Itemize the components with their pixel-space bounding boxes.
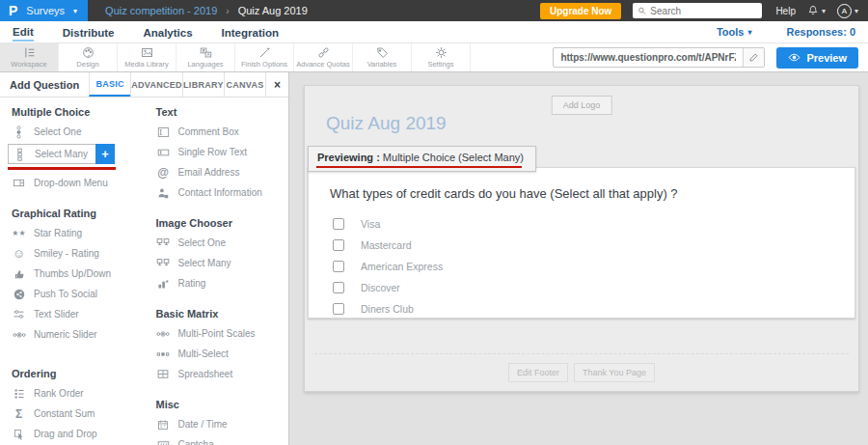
thank-you-page-button[interactable]: Thank You Page	[574, 363, 655, 382]
toolbar-workspace[interactable]: Workspace	[0, 43, 59, 71]
toolbar-design[interactable]: Design	[59, 43, 118, 71]
breadcrumb-separator-icon: ›	[226, 6, 229, 16]
previewing-label: Previewing :	[317, 152, 380, 163]
tab-integration[interactable]: Integration	[222, 24, 279, 41]
qtype-text-slider[interactable]: Text Slider	[0, 304, 145, 324]
option-row: Discover	[333, 277, 854, 298]
question-types-column-1: Multiple Choice Select One Select Many +	[0, 106, 145, 445]
upgrade-now-button[interactable]: Upgrade Now	[540, 3, 621, 19]
topbar: P Surveys ▾ Quiz competition - 2019 › Qu…	[0, 0, 868, 21]
checkbox-diners-club[interactable]	[333, 303, 344, 315]
questionpro-logo: P	[9, 4, 17, 17]
toolbar-finish-options[interactable]: Finish Options	[235, 43, 294, 71]
checkbox-discover[interactable]	[333, 282, 344, 293]
search-box[interactable]	[633, 3, 762, 18]
qtype-image-rating[interactable]: Rating	[145, 273, 289, 293]
palette-icon	[82, 46, 95, 59]
qtype-date-time[interactable]: Date / Time	[145, 414, 289, 434]
rank-order-icon	[12, 388, 26, 400]
checkbox-visa[interactable]	[333, 218, 344, 230]
checkbox-mastercard[interactable]	[333, 239, 344, 251]
text-slider-icon	[12, 309, 26, 320]
qtype-image-select-many[interactable]: Select Many	[145, 253, 289, 273]
help-link[interactable]: Help	[775, 6, 796, 16]
qtype-image-select-one[interactable]: Select One	[145, 233, 289, 253]
qtype-numeric-slider[interactable]: Numeric Slider	[0, 324, 145, 345]
question-card: What types of credit cards do you have (…	[308, 167, 855, 319]
close-panel-button[interactable]: ×	[265, 72, 288, 97]
tab-canvas[interactable]: CANVAS	[224, 72, 265, 97]
tab-library[interactable]: LIBRARY	[182, 72, 224, 97]
svg-text:A: A	[206, 52, 209, 57]
checkbox-list-icon	[13, 148, 27, 161]
qtype-dropdown-menu[interactable]: Drop-down Menu	[0, 173, 145, 193]
qtype-email-address[interactable]: @ Email Address	[145, 162, 289, 182]
pencil-icon	[748, 52, 759, 63]
add-select-many-button[interactable]: +	[95, 144, 115, 164]
account-menu[interactable]: A ▾	[837, 4, 858, 18]
qtype-drag-and-drop[interactable]: Drag and Drop	[0, 424, 145, 444]
footer-buttons: Edit Footer Thank You Page	[305, 363, 858, 382]
qtype-multi-select[interactable]: Multi-Select	[145, 344, 289, 364]
survey-url-box	[553, 47, 765, 68]
survey-title[interactable]: Quiz Aug 2019	[326, 113, 447, 134]
sigma-icon: Σ	[12, 407, 26, 421]
toolbar-media-library[interactable]: Media Library	[118, 43, 176, 71]
toolbar-settings[interactable]: Settings	[412, 43, 471, 71]
preview-button[interactable]: Preview	[776, 47, 858, 69]
previewing-header: Previewing : Multiple Choice (Select Man…	[308, 146, 536, 172]
qtype-multi-point-scales[interactable]: Multi-Point Scales	[145, 323, 289, 344]
highlight-underline	[8, 167, 116, 170]
menubar: Edit Distribute Analytics Integration To…	[0, 21, 868, 43]
search-input[interactable]	[650, 6, 757, 16]
checkbox-american-express[interactable]	[333, 261, 344, 272]
qtype-constant-sum[interactable]: Σ Constant Sum	[0, 403, 145, 424]
edit-footer-button[interactable]: Edit Footer	[508, 363, 568, 382]
tab-advanced[interactable]: ADVANCED	[130, 72, 182, 97]
previewing-underline	[316, 166, 522, 168]
qtype-select-one[interactable]: Select One	[0, 122, 145, 142]
chevron-down-icon: ▾	[73, 7, 77, 15]
comment-box-icon	[156, 126, 171, 138]
notifications-menu[interactable]: ▾	[807, 5, 826, 16]
section-heading: Text	[156, 106, 289, 118]
bar-rating-icon	[156, 278, 171, 290]
option-row: Mastercard	[333, 235, 854, 256]
responses-count[interactable]: Responses: 0	[786, 26, 855, 38]
qtype-select-many[interactable]: Select Many +	[8, 144, 96, 164]
surveys-menu[interactable]: P Surveys ▾	[0, 0, 88, 21]
radio-list-icon	[12, 125, 26, 139]
qtype-single-row-text[interactable]: Single Row Text	[145, 142, 289, 162]
qtype-rank-order[interactable]: Rank Order	[0, 383, 145, 403]
breadcrumb-current: Quiz Aug 2019	[238, 5, 308, 16]
section-heading: Ordering	[12, 368, 145, 379]
captcha-icon	[156, 440, 171, 445]
qtype-captcha[interactable]: Captcha	[145, 434, 289, 445]
tab-basic[interactable]: BASIC	[89, 72, 130, 97]
tab-analytics[interactable]: Analytics	[143, 24, 192, 41]
qtype-star-rating[interactable]: ★★ Star Rating	[0, 223, 145, 243]
qtype-contact-information[interactable]: Contact Information	[145, 182, 289, 203]
qtype-comment-box[interactable]: Comment Box	[145, 122, 289, 142]
surveys-label: Surveys	[26, 5, 65, 16]
tab-edit[interactable]: Edit	[13, 23, 34, 42]
section-heading: Misc	[156, 399, 289, 410]
main-area: Add Logo Quiz Aug 2019 Previewing : Mult…	[289, 72, 868, 445]
qtype-push-to-social[interactable]: Push To Social	[0, 284, 145, 304]
tab-distribute[interactable]: Distribute	[63, 24, 115, 41]
toolbar-variables[interactable]: Variables	[353, 43, 412, 71]
qtype-smiley-rating[interactable]: ☺ Smiley - Rating	[0, 243, 145, 264]
option-row: American Express	[333, 256, 854, 277]
toolbar-advance-quotas[interactable]: Advance Quotas	[294, 43, 353, 71]
qtype-thumbs-up-down[interactable]: Thumbs Up/Down	[0, 264, 145, 284]
edit-url-button[interactable]	[743, 48, 764, 67]
survey-url-input[interactable]	[554, 48, 743, 67]
toolbar-languages[interactable]: A Languages	[176, 43, 235, 71]
qtype-spreadsheet[interactable]: Spreadsheet	[145, 364, 289, 384]
tools-menu[interactable]: Tools▾	[717, 26, 752, 38]
image-pair-icon	[156, 237, 171, 248]
breadcrumb-parent[interactable]: Quiz competition - 2019	[105, 5, 217, 16]
breadcrumb: Quiz competition - 2019 › Quiz Aug 2019	[105, 5, 308, 16]
share-icon	[12, 289, 26, 300]
add-logo-button[interactable]: Add Logo	[552, 96, 612, 115]
